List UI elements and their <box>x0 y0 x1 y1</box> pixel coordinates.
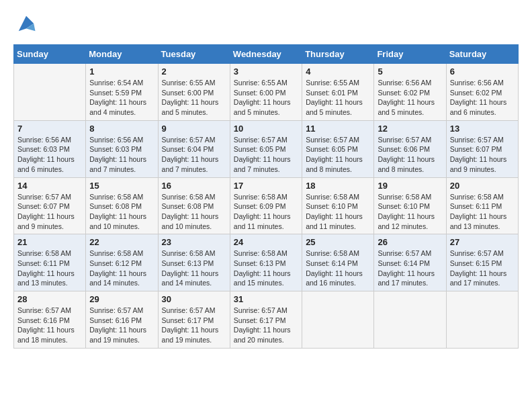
day-info: Sunrise: 6:58 AM Sunset: 6:09 PM Dayligh… <box>234 192 298 232</box>
calendar-cell <box>374 291 446 349</box>
calendar-cell: 8Sunrise: 6:56 AM Sunset: 6:03 PM Daylig… <box>86 120 158 177</box>
day-info: Sunrise: 6:56 AM Sunset: 6:03 PM Dayligh… <box>17 135 82 175</box>
day-info: Sunrise: 6:57 AM Sunset: 6:05 PM Dayligh… <box>234 135 298 175</box>
day-number: 17 <box>234 181 298 191</box>
day-number: 26 <box>378 237 442 247</box>
calendar-cell: 19Sunrise: 6:58 AM Sunset: 6:10 PM Dayli… <box>374 177 446 234</box>
calendar-cell: 25Sunrise: 6:58 AM Sunset: 6:14 PM Dayli… <box>302 234 374 291</box>
day-number: 8 <box>89 124 154 134</box>
day-number: 20 <box>450 181 515 191</box>
calendar-week-row: 14Sunrise: 6:57 AM Sunset: 6:07 PM Dayli… <box>14 177 519 234</box>
calendar-cell: 24Sunrise: 6:58 AM Sunset: 6:13 PM Dayli… <box>230 234 302 291</box>
day-info: Sunrise: 6:58 AM Sunset: 6:14 PM Dayligh… <box>306 248 370 288</box>
calendar-cell: 11Sunrise: 6:57 AM Sunset: 6:05 PM Dayli… <box>302 120 374 177</box>
day-info: Sunrise: 6:55 AM Sunset: 6:01 PM Dayligh… <box>306 78 370 118</box>
day-info: Sunrise: 6:57 AM Sunset: 6:17 PM Dayligh… <box>234 306 298 345</box>
day-number: 7 <box>17 124 82 134</box>
day-number: 23 <box>162 237 226 247</box>
day-info: Sunrise: 6:57 AM Sunset: 6:07 PM Dayligh… <box>450 135 515 175</box>
day-number: 12 <box>378 124 442 134</box>
day-number: 29 <box>89 294 154 304</box>
logo-icon <box>16 13 36 34</box>
day-info: Sunrise: 6:57 AM Sunset: 6:17 PM Dayligh… <box>162 306 226 345</box>
day-info: Sunrise: 6:57 AM Sunset: 6:04 PM Dayligh… <box>162 135 226 175</box>
calendar-week-row: 21Sunrise: 6:58 AM Sunset: 6:11 PM Dayli… <box>14 234 519 291</box>
weekday-header-sunday: Sunday <box>14 45 86 64</box>
calendar-week-row: 7Sunrise: 6:56 AM Sunset: 6:03 PM Daylig… <box>14 120 519 177</box>
calendar-cell: 13Sunrise: 6:57 AM Sunset: 6:07 PM Dayli… <box>446 120 518 177</box>
day-number: 13 <box>450 124 515 134</box>
calendar-cell: 9Sunrise: 6:57 AM Sunset: 6:04 PM Daylig… <box>158 120 230 177</box>
day-number: 22 <box>89 237 154 247</box>
day-number: 28 <box>17 294 82 304</box>
calendar-cell: 18Sunrise: 6:58 AM Sunset: 6:10 PM Dayli… <box>302 177 374 234</box>
calendar-cell: 22Sunrise: 6:58 AM Sunset: 6:12 PM Dayli… <box>86 234 158 291</box>
day-number: 27 <box>450 237 515 247</box>
calendar-cell: 16Sunrise: 6:58 AM Sunset: 6:08 PM Dayli… <box>158 177 230 234</box>
calendar-cell: 27Sunrise: 6:57 AM Sunset: 6:15 PM Dayli… <box>446 234 518 291</box>
day-info: Sunrise: 6:58 AM Sunset: 6:08 PM Dayligh… <box>89 192 154 232</box>
calendar-cell: 4Sunrise: 6:55 AM Sunset: 6:01 PM Daylig… <box>302 64 374 121</box>
calendar-cell: 1Sunrise: 6:54 AM Sunset: 5:59 PM Daylig… <box>86 64 158 121</box>
calendar-week-row: 1Sunrise: 6:54 AM Sunset: 5:59 PM Daylig… <box>14 64 519 121</box>
calendar-cell: 21Sunrise: 6:58 AM Sunset: 6:11 PM Dayli… <box>14 234 86 291</box>
calendar-cell: 3Sunrise: 6:55 AM Sunset: 6:00 PM Daylig… <box>230 64 302 121</box>
day-info: Sunrise: 6:56 AM Sunset: 6:03 PM Dayligh… <box>89 135 154 175</box>
calendar-cell: 14Sunrise: 6:57 AM Sunset: 6:07 PM Dayli… <box>14 177 86 234</box>
calendar-cell: 10Sunrise: 6:57 AM Sunset: 6:05 PM Dayli… <box>230 120 302 177</box>
day-number: 21 <box>17 237 82 247</box>
day-info: Sunrise: 6:58 AM Sunset: 6:11 PM Dayligh… <box>17 248 82 288</box>
day-number: 19 <box>378 181 442 191</box>
day-number: 5 <box>378 66 442 77</box>
day-info: Sunrise: 6:55 AM Sunset: 6:00 PM Dayligh… <box>162 78 226 118</box>
weekday-header-tuesday: Tuesday <box>158 45 230 64</box>
day-info: Sunrise: 6:58 AM Sunset: 6:13 PM Dayligh… <box>162 248 226 288</box>
weekday-header-saturday: Saturday <box>446 45 518 64</box>
calendar-cell: 6Sunrise: 6:56 AM Sunset: 6:02 PM Daylig… <box>446 64 518 121</box>
calendar-cell: 7Sunrise: 6:56 AM Sunset: 6:03 PM Daylig… <box>14 120 86 177</box>
day-number: 10 <box>234 124 298 134</box>
calendar-cell: 29Sunrise: 6:57 AM Sunset: 6:16 PM Dayli… <box>86 291 158 349</box>
calendar-cell: 17Sunrise: 6:58 AM Sunset: 6:09 PM Dayli… <box>230 177 302 234</box>
calendar-cell: 12Sunrise: 6:57 AM Sunset: 6:06 PM Dayli… <box>374 120 446 177</box>
day-info: Sunrise: 6:58 AM Sunset: 6:10 PM Dayligh… <box>306 192 370 232</box>
weekday-header-row: SundayMondayTuesdayWednesdayThursdayFrid… <box>14 45 519 64</box>
calendar-cell: 2Sunrise: 6:55 AM Sunset: 6:00 PM Daylig… <box>158 64 230 121</box>
day-number: 25 <box>306 237 370 247</box>
calendar-cell: 31Sunrise: 6:57 AM Sunset: 6:17 PM Dayli… <box>230 291 302 349</box>
calendar-cell <box>302 291 374 349</box>
day-info: Sunrise: 6:57 AM Sunset: 6:16 PM Dayligh… <box>89 306 154 345</box>
day-info: Sunrise: 6:57 AM Sunset: 6:14 PM Dayligh… <box>378 248 442 288</box>
weekday-header-friday: Friday <box>374 45 446 64</box>
day-number: 6 <box>450 66 515 77</box>
day-number: 4 <box>306 66 370 77</box>
day-info: Sunrise: 6:57 AM Sunset: 6:15 PM Dayligh… <box>450 248 515 288</box>
day-info: Sunrise: 6:56 AM Sunset: 6:02 PM Dayligh… <box>378 78 442 118</box>
day-number: 31 <box>234 294 298 304</box>
calendar-table: SundayMondayTuesdayWednesdayThursdayFrid… <box>13 44 519 349</box>
day-number: 16 <box>162 181 226 191</box>
day-info: Sunrise: 6:57 AM Sunset: 6:07 PM Dayligh… <box>17 192 82 232</box>
calendar-cell <box>14 64 86 121</box>
day-number: 30 <box>162 294 226 304</box>
day-info: Sunrise: 6:58 AM Sunset: 6:13 PM Dayligh… <box>234 248 298 288</box>
calendar-cell: 20Sunrise: 6:58 AM Sunset: 6:11 PM Dayli… <box>446 177 518 234</box>
day-number: 2 <box>162 66 226 77</box>
calendar-cell: 26Sunrise: 6:57 AM Sunset: 6:14 PM Dayli… <box>374 234 446 291</box>
day-number: 24 <box>234 237 298 247</box>
day-number: 11 <box>306 124 370 134</box>
page-header <box>13 13 519 34</box>
logo <box>13 13 36 34</box>
day-number: 1 <box>89 66 154 77</box>
day-info: Sunrise: 6:57 AM Sunset: 6:05 PM Dayligh… <box>306 135 370 175</box>
calendar-week-row: 28Sunrise: 6:57 AM Sunset: 6:16 PM Dayli… <box>14 291 519 349</box>
calendar-cell: 28Sunrise: 6:57 AM Sunset: 6:16 PM Dayli… <box>14 291 86 349</box>
day-info: Sunrise: 6:58 AM Sunset: 6:11 PM Dayligh… <box>450 192 515 232</box>
calendar-cell: 23Sunrise: 6:58 AM Sunset: 6:13 PM Dayli… <box>158 234 230 291</box>
day-number: 3 <box>234 66 298 77</box>
day-info: Sunrise: 6:58 AM Sunset: 6:10 PM Dayligh… <box>378 192 442 232</box>
day-info: Sunrise: 6:58 AM Sunset: 6:12 PM Dayligh… <box>89 248 154 288</box>
day-number: 9 <box>162 124 226 134</box>
day-info: Sunrise: 6:56 AM Sunset: 6:02 PM Dayligh… <box>450 78 515 118</box>
day-info: Sunrise: 6:55 AM Sunset: 6:00 PM Dayligh… <box>234 78 298 118</box>
